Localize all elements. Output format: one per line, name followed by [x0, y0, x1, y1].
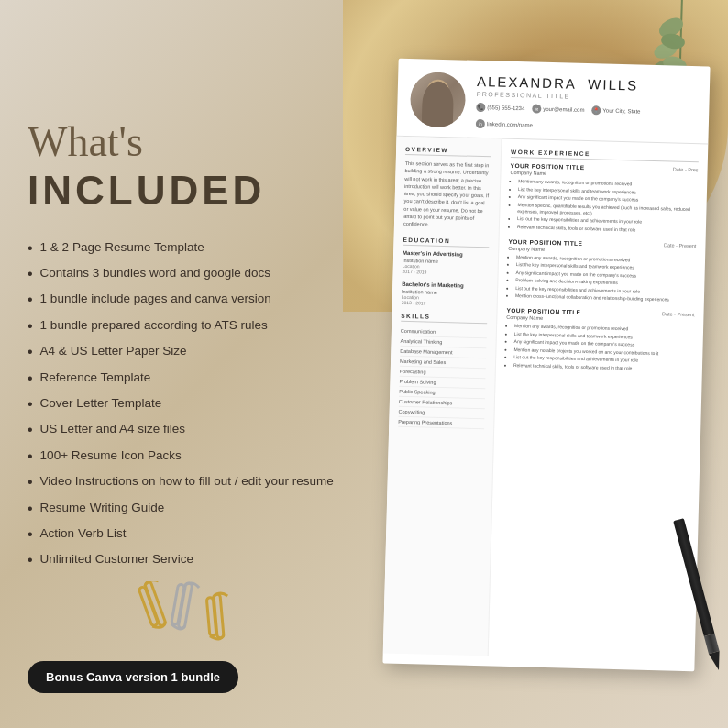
list-item: 100+ Resume Icon Packs	[28, 447, 339, 467]
list-item: Contains 3 bundles word and google docs	[28, 265, 339, 284]
work-entry-2: YOUR POSITION TITLE Date - Present Compa…	[507, 237, 697, 303]
email-contact: ✉ your@email.com	[532, 104, 584, 114]
resume-header: ALEXANDRA WILLS PROFESSIONAL TITLE 📞 (55…	[396, 59, 710, 145]
whats-label: What's	[28, 119, 339, 166]
list-item: Cover Letter Template	[28, 395, 339, 414]
resume-body: OVERVIEW This section serves as the firs…	[383, 137, 709, 662]
email-icon: ✉	[532, 104, 541, 113]
list-item: Unlimited Customer Service	[28, 551, 339, 570]
work-section-title: WORK EXPERIENCE	[511, 149, 699, 162]
bonus-badge: Bonus Canva version 1 bundle	[28, 661, 238, 693]
included-label: INCLUDED	[28, 168, 339, 214]
list-item: US Letter and A4 size files	[28, 421, 339, 440]
resume-photo	[410, 72, 467, 128]
first-name: ALEXANDRA	[477, 73, 577, 92]
paperclip-decoration	[128, 581, 248, 655]
list-item: Video Instructions on how to fill out / …	[28, 473, 339, 492]
overview-text: This section serves as the first step in…	[403, 160, 491, 230]
work-entry-1: YOUR POSITION TITLE Date - Pres Company …	[509, 162, 699, 235]
resume-contact: 📞 (555) 555-1234 ✉ your@email.com 📍 Your…	[476, 103, 697, 134]
resume-preview: ALEXANDRA WILLS PROFESSIONAL TITLE 📞 (55…	[382, 59, 710, 672]
linkedin-contact: in linkedin.com/name	[476, 119, 533, 130]
education-entry-2: Bachelor's in Marketing Institution name…	[402, 281, 489, 307]
work-date-3: Date - Present	[662, 311, 695, 317]
overview-section-title: OVERVIEW	[405, 146, 491, 157]
location-contact: 📍 Your City, State	[591, 105, 640, 116]
list-item: A4 & US Letter Paper Size	[28, 343, 339, 362]
work-date-1: Date - Pres	[673, 167, 699, 173]
work-entry-3: YOUR POSITION TITLE Date - Present Compa…	[505, 307, 695, 373]
edu-years-1: 2017 - 2019	[403, 269, 489, 276]
last-name: WILLS	[588, 76, 638, 93]
phone-contact: 📞 (555) 555-1234	[476, 103, 524, 113]
resume-name-area: ALEXANDRA WILLS PROFESSIONAL TITLE 📞 (55…	[476, 73, 697, 134]
resume-left-column: OVERVIEW This section serves as the firs…	[383, 137, 502, 656]
skill-item: Preparing Presentations	[398, 417, 484, 429]
skills-section-title: SKILLS	[401, 313, 487, 324]
skills-list: Communication Analytical Thinking Databa…	[398, 326, 487, 429]
location-icon: 📍	[591, 105, 601, 115]
linkedin-icon: in	[476, 119, 485, 128]
list-item: Resume Writing Guide	[28, 500, 339, 519]
list-item: Reference Template	[28, 370, 339, 389]
list-item: Action Verb List	[28, 525, 339, 545]
phone-icon: 📞	[476, 103, 485, 112]
education-section-title: EDUCATION	[403, 237, 489, 248]
resume-right-column: WORK EXPERIENCE YOUR POSITION TITLE Date…	[489, 139, 709, 662]
left-content-area: What's INCLUDED 1 & 2 Page Resume Templa…	[28, 119, 339, 578]
features-list: 1 & 2 Page Resume Template Contains 3 bu…	[28, 239, 339, 571]
education-entry-1: Master's in Advertising Institution name…	[403, 250, 490, 276]
list-item: 1 bundle prepared according to ATS rules	[28, 317, 339, 336]
work-bullets-1: Mention any awards, recognition or promo…	[509, 178, 698, 235]
work-date-2: Date - Present	[664, 242, 697, 248]
work-bullets-2: Mention any awards, recognition or promo…	[507, 253, 696, 303]
list-item: 1 bundle include pages and canva version	[28, 291, 339, 310]
edu-years-2: 2013 - 2017	[402, 300, 488, 307]
work-bullets-3: Mention any awards, recognition or promo…	[505, 323, 694, 373]
list-item: 1 & 2 Page Resume Template	[28, 239, 339, 259]
